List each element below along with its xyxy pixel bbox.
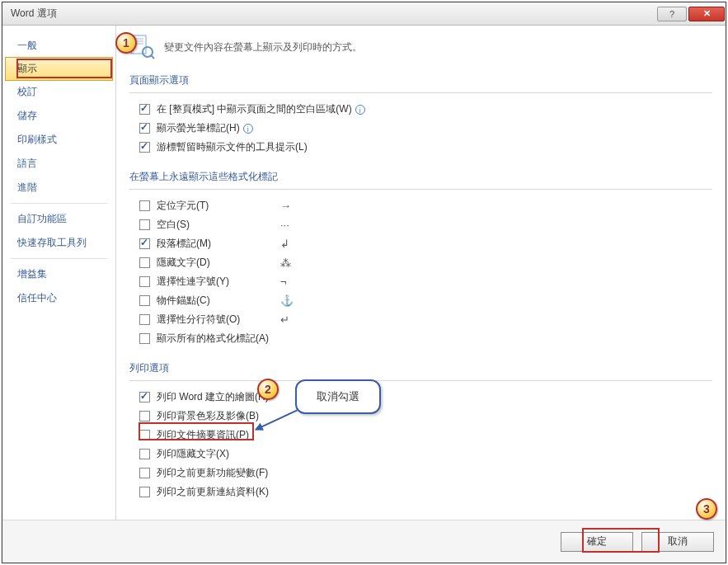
titlebar: Word 選項 ? ✕ xyxy=(2,2,726,26)
opt-paragraph[interactable]: 段落標記(M)↲ xyxy=(139,234,712,253)
section-formatting-title: 在螢幕上永遠顯示這些格式化標記 xyxy=(129,163,712,190)
help-button[interactable]: ? xyxy=(657,7,687,21)
opt-tab[interactable]: 定位字元(T)→ xyxy=(139,196,712,215)
sidebar-separator xyxy=(11,258,107,259)
checkbox[interactable] xyxy=(139,468,150,478)
opt-label: 選擇性連字號(Y) xyxy=(157,275,280,289)
checkbox[interactable] xyxy=(139,200,150,211)
opt-label: 顯示螢光筆標記(H) xyxy=(157,121,240,135)
opt-label: 游標暫留時顯示文件的工具提示(L) xyxy=(157,140,308,154)
annotation-callout: 取消勾選 xyxy=(295,379,381,414)
sidebar-item-language[interactable]: 語言 xyxy=(2,152,115,176)
print-options: 列印 Word 建立的繪圖(R) 列印背景色彩及影像(B) 列印文件摘要資訊(P… xyxy=(139,388,712,501)
opt-label: 列印 Word 建立的繪圖(R) xyxy=(157,390,269,404)
sidebar-item-general[interactable]: 一般 xyxy=(2,34,115,58)
opt-label: 列印隱藏文字(X) xyxy=(157,447,229,461)
opt-tooltips[interactable]: 游標暫留時顯示文件的工具提示(L) xyxy=(139,138,712,157)
sidebar: 一般 顯示 校訂 儲存 印刷樣式 語言 進階 自訂功能區 快速存取工具列 增益集… xyxy=(2,26,116,520)
sidebar-item-quick-access[interactable]: 快速存取工具列 xyxy=(2,231,115,255)
page-header-text: 變更文件內容在螢幕上顯示及列印時的方式。 xyxy=(164,40,362,54)
sidebar-item-proofing[interactable]: 校訂 xyxy=(2,80,115,104)
checkbox[interactable] xyxy=(139,142,150,153)
symbol-hidden: ⁂ xyxy=(280,257,305,269)
sidebar-separator xyxy=(11,203,107,204)
symbol-hyphen: ¬ xyxy=(280,275,305,288)
opt-label: 物件錨點(C) xyxy=(157,294,280,308)
sidebar-item-typography[interactable]: 印刷樣式 xyxy=(2,128,115,152)
opt-label: 列印文件摘要資訊(P) xyxy=(157,428,249,442)
opt-label: 在 [整頁模式] 中顯示頁面之間的空白區域(W) xyxy=(157,102,352,116)
opt-hyphen[interactable]: 選擇性連字號(Y)¬ xyxy=(139,272,712,291)
checkbox[interactable] xyxy=(139,219,150,230)
opt-space[interactable]: 空白(S)··· xyxy=(139,215,712,234)
checkbox[interactable] xyxy=(139,276,150,287)
opt-anchor[interactable]: 物件錨點(C)⚓ xyxy=(139,291,712,310)
ok-button[interactable]: 確定 xyxy=(561,532,633,552)
symbol-anchor: ⚓ xyxy=(280,294,305,307)
opt-label: 空白(S) xyxy=(157,218,280,232)
symbol-linebreak: ↵ xyxy=(280,313,305,326)
checkbox[interactable] xyxy=(139,257,150,268)
checkbox[interactable] xyxy=(139,104,150,115)
sidebar-item-trust-center[interactable]: 信任中心 xyxy=(2,286,115,310)
opt-label: 選擇性分行符號(O) xyxy=(157,313,280,327)
checkbox[interactable] xyxy=(139,449,150,459)
checkbox[interactable] xyxy=(139,314,150,325)
opt-label: 列印之前更新功能變數(F) xyxy=(157,466,268,480)
opt-label: 顯示所有的格式化標記(A) xyxy=(157,332,280,346)
opt-print-drawings[interactable]: 列印 Word 建立的繪圖(R) xyxy=(139,388,712,407)
info-icon[interactable]: i xyxy=(355,105,365,115)
page-display-options: 在 [整頁模式] 中顯示頁面之間的空白區域(W) i 顯示螢光筆標記(H) i … xyxy=(139,100,712,157)
opt-label: 定位字元(T) xyxy=(157,199,280,213)
opt-label: 隱藏文字(D) xyxy=(157,256,280,270)
section-print-title: 列印選項 xyxy=(129,355,712,381)
annotation-marker-1: 1 xyxy=(115,32,137,54)
checkbox[interactable] xyxy=(139,238,150,249)
opt-print-update-links[interactable]: 列印之前更新連結資料(K) xyxy=(139,483,712,501)
opt-show-all[interactable]: 顯示所有的格式化標記(A) xyxy=(139,329,712,348)
checkbox[interactable] xyxy=(139,487,150,497)
opt-print-update-fields[interactable]: 列印之前更新功能變數(F) xyxy=(139,464,712,483)
opt-label: 段落標記(M) xyxy=(157,237,280,251)
sidebar-item-display[interactable]: 顯示 xyxy=(5,57,113,81)
window-title: Word 選項 xyxy=(11,7,656,21)
close-button[interactable]: ✕ xyxy=(688,7,725,21)
dialog-footer: 確定 取消 xyxy=(2,520,726,563)
opt-label: 列印背景色彩及影像(B) xyxy=(157,409,259,423)
cancel-button[interactable]: 取消 xyxy=(641,532,714,552)
svg-line-5 xyxy=(151,55,154,59)
opt-label: 列印之前更新連結資料(K) xyxy=(157,485,269,499)
symbol-paragraph: ↲ xyxy=(280,238,305,250)
content-pane: 變更文件內容在螢幕上顯示及列印時的方式。 頁面顯示選項 在 [整頁模式] 中顯示… xyxy=(116,26,726,520)
opt-whitespace[interactable]: 在 [整頁模式] 中顯示頁面之間的空白區域(W) i xyxy=(139,100,712,119)
symbol-space: ··· xyxy=(280,219,305,231)
word-options-dialog: Word 選項 ? ✕ 一般 顯示 校訂 儲存 印刷樣式 語言 進階 自訂功能區… xyxy=(2,2,726,563)
window-buttons: ? ✕ xyxy=(656,7,726,21)
sidebar-item-addins[interactable]: 增益集 xyxy=(2,262,115,286)
formatting-options: 定位字元(T)→ 空白(S)··· 段落標記(M)↲ 隱藏文字(D)⁂ 選擇性連… xyxy=(139,196,712,348)
symbol-tab: → xyxy=(280,200,305,212)
checkbox[interactable] xyxy=(139,295,150,306)
opt-print-properties[interactable]: 列印文件摘要資訊(P) xyxy=(139,426,712,445)
annotation-marker-3: 3 xyxy=(696,498,717,520)
opt-print-hidden[interactable]: 列印隱藏文字(X) xyxy=(139,445,712,464)
checkbox[interactable] xyxy=(139,430,150,440)
info-icon[interactable]: i xyxy=(243,124,253,134)
sidebar-item-save[interactable]: 儲存 xyxy=(2,104,115,128)
checkbox[interactable] xyxy=(139,333,150,344)
opt-highlighter[interactable]: 顯示螢光筆標記(H) i xyxy=(139,119,712,138)
page-header: 變更文件內容在螢幕上顯示及列印時的方式。 xyxy=(129,34,712,60)
sidebar-item-customize-ribbon[interactable]: 自訂功能區 xyxy=(2,207,115,231)
checkbox[interactable] xyxy=(139,123,150,134)
opt-hidden[interactable]: 隱藏文字(D)⁂ xyxy=(139,253,712,272)
opt-print-bg[interactable]: 列印背景色彩及影像(B) xyxy=(139,407,712,426)
section-page-display-title: 頁面顯示選項 xyxy=(129,67,712,93)
checkbox[interactable] xyxy=(139,411,150,421)
opt-linebreak[interactable]: 選擇性分行符號(O)↵ xyxy=(139,310,712,329)
dialog-body: 一般 顯示 校訂 儲存 印刷樣式 語言 進階 自訂功能區 快速存取工具列 增益集… xyxy=(2,26,726,520)
checkbox[interactable] xyxy=(139,392,150,403)
sidebar-item-advanced[interactable]: 進階 xyxy=(2,176,115,200)
annotation-marker-2: 2 xyxy=(257,379,279,400)
